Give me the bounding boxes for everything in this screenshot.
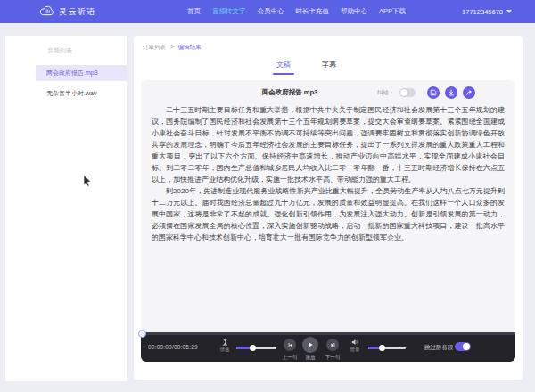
save-icon [430, 89, 437, 96]
toggle-knob [463, 343, 470, 350]
speed-hourglass-icon [222, 339, 228, 346]
transcript-panel: 两会政府报告.mp3 纠错： 二十三五时期主要目标任务和重大举措，根据中共中央 [141, 80, 515, 362]
top-navbar: 灵云听语 首页 音频转文字 会员中心 时长卡充值 帮助中心 APP下载 1771… [0, 0, 535, 23]
speed-slider-handle[interactable] [250, 345, 256, 351]
audio-list-item-report[interactable]: 两会政府报告.mp3 [36, 65, 127, 81]
volume-speaker-icon [351, 339, 359, 346]
transcript-paragraph: 到2020年，先进制造业现代服务业战略性新兴产业比重大幅提升，全员劳动生产率从人… [152, 185, 505, 243]
account-phone: 17712345678 [462, 8, 503, 16]
previous-sentence-button[interactable] [284, 339, 296, 351]
volume-control-group: 音量 [348, 339, 362, 353]
main-navigation: 首页 音频转文字 会员中心 时长卡充值 帮助中心 APP下载 [187, 7, 406, 16]
nav-item-home[interactable]: 首页 [187, 7, 201, 16]
playback-progress-handle[interactable] [138, 330, 146, 338]
download-button[interactable] [445, 86, 457, 99]
chevron-down-icon [506, 10, 512, 13]
share-icon [465, 89, 473, 96]
result-tabs: 文稿 字幕 [275, 60, 338, 75]
playback-progress-bar[interactable] [141, 332, 515, 335]
tab-transcript-label: 文稿 [276, 61, 291, 69]
play-button[interactable] [302, 337, 318, 353]
speed-label: 倍速 [220, 347, 230, 353]
audio-list-item-halfhour[interactable]: 无杂音半小时.wav [5, 86, 127, 102]
nav-item-membership[interactable]: 会员中心 [258, 7, 284, 16]
download-icon [448, 89, 455, 96]
tab-subtitle-label: 字幕 [322, 61, 336, 69]
skip-next-icon [330, 342, 336, 348]
tab-subtitle[interactable]: 字幕 [320, 60, 338, 75]
volume-label: 音量 [350, 347, 360, 353]
app-logo-text: 灵云听语 [59, 6, 96, 18]
nav-item-audio-to-text[interactable]: 音频转文字 [212, 7, 246, 16]
skip-previous-icon [287, 342, 293, 348]
nav-item-help-center[interactable]: 帮助中心 [341, 7, 367, 16]
toggle-knob [400, 89, 407, 96]
transcript-paragraph: 二十三五时期主要目标任务和重大举措，根据中共中央关于制定国民经济和社会发展第十三… [152, 104, 505, 185]
audio-list-sidebar: 音频列表 两会政府报告.mp3 无杂音半小时.wav [5, 36, 127, 381]
app-logo[interactable]: 灵云听语 [39, 4, 96, 19]
speed-slider[interactable] [236, 347, 276, 349]
speed-control-group: 倍速 [218, 339, 232, 353]
cloud-audio-logo-icon [39, 4, 55, 19]
transcript-text: 二十三五时期主要目标任务和重大举措，根据中共中央关于制定国民经济和社会发展第十三… [152, 104, 505, 243]
share-button[interactable] [463, 86, 475, 99]
skip-silence-toggle[interactable] [455, 342, 471, 351]
breadcrumb-separator: > [170, 44, 174, 50]
main-content-card: 订单列表 > 编辑结果 文稿 字幕 两会政府报告.mp3 纠错： [134, 36, 523, 380]
tab-transcript[interactable]: 文稿 [275, 60, 292, 75]
playback-time: 00:00:00/00:05:29 [148, 344, 198, 350]
nav-item-app-download[interactable]: APP下载 [379, 7, 406, 16]
play-icon [307, 341, 314, 348]
active-tab-underline [273, 73, 294, 76]
next-sentence-label: 下一句 [319, 355, 346, 361]
account-menu[interactable]: 17712345678 [462, 8, 512, 16]
audio-list-title: 音频列表 [47, 46, 127, 55]
volume-slider-handle[interactable] [379, 345, 385, 351]
save-button[interactable] [427, 86, 440, 99]
breadcrumb-order-list[interactable]: 订单列表 [143, 44, 166, 50]
correction-toggle-label: 纠错： [377, 89, 395, 97]
breadcrumb: 订单列表 > 编辑结果 [143, 44, 201, 52]
next-sentence-button[interactable] [326, 339, 339, 351]
correction-toggle[interactable] [399, 88, 416, 97]
volume-slider[interactable] [368, 347, 406, 349]
breadcrumb-edit-result: 编辑结果 [177, 44, 201, 50]
audio-player-bar: 00:00:00/00:05:29 倍速 [141, 332, 515, 362]
nav-item-time-card-recharge[interactable]: 时长卡充值 [296, 7, 330, 16]
